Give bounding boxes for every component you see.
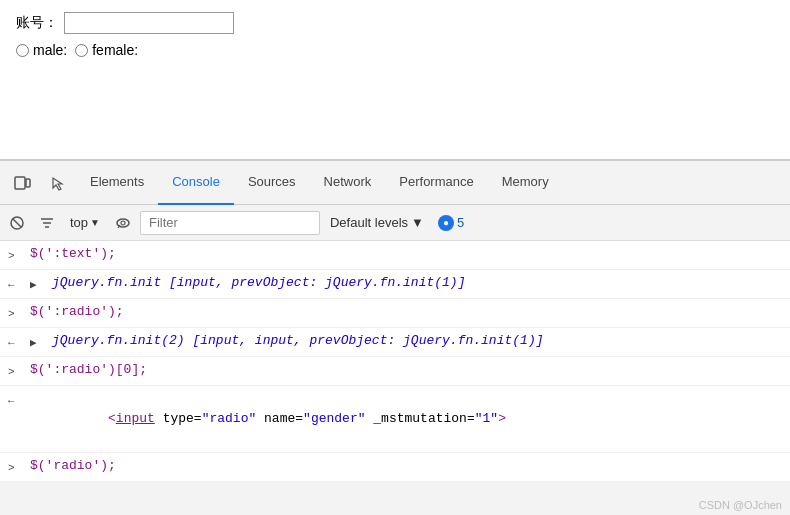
watermark: CSDN @OJchen — [699, 499, 782, 511]
console-text: $('radio'); — [30, 456, 782, 476]
message-count-badge: ● 5 — [438, 215, 464, 231]
device-mode-icon[interactable] — [6, 167, 38, 199]
page-content: 账号： male: female: — [0, 0, 790, 160]
tab-elements[interactable]: Elements — [76, 161, 158, 205]
filter-input[interactable] — [140, 211, 320, 235]
chevron-down-icon: ▼ — [90, 217, 100, 228]
input-arrow-icon: > — [8, 304, 26, 324]
input-arrow-icon: > — [8, 246, 26, 266]
console-text: $(':radio')[0]; — [30, 360, 782, 380]
console-text: jQuery.fn.init(2) [input, input, prevObj… — [52, 331, 782, 351]
devtools-panel: Elements Console Sources Network Perform… — [0, 160, 790, 515]
account-input[interactable] — [64, 12, 234, 34]
output-arrow-icon: ← — [8, 333, 26, 353]
female-radio[interactable] — [75, 44, 88, 57]
chevron-down-icon: ▼ — [411, 215, 424, 230]
devtools-tab-bar: Elements Console Sources Network Perform… — [0, 161, 790, 205]
male-label: male: — [16, 42, 67, 58]
badge-count: 5 — [457, 215, 464, 230]
console-line: > $(':text'); — [0, 241, 790, 270]
svg-line-3 — [13, 219, 21, 227]
filter-toggle-button[interactable] — [34, 210, 60, 236]
badge-icon: ● — [438, 215, 454, 231]
console-line: > $('radio'); — [0, 453, 790, 482]
account-label: 账号： — [16, 14, 58, 32]
gender-row: male: female: — [16, 42, 774, 58]
tab-network[interactable]: Network — [310, 161, 386, 205]
input-arrow-icon: > — [8, 458, 26, 478]
console-text: jQuery.fn.init [input, prevObject: jQuer… — [52, 273, 782, 293]
console-line: > $(':radio')[0]; — [0, 357, 790, 386]
eye-icon-button[interactable] — [110, 210, 136, 236]
svg-rect-1 — [26, 179, 30, 187]
expand-icon[interactable]: ▶ — [30, 275, 48, 295]
default-levels-label: Default levels — [330, 215, 408, 230]
expand-icon[interactable]: ▶ — [30, 333, 48, 353]
output-arrow-icon: ← — [8, 275, 26, 295]
console-line: ← <input type="radio" name="gender" _mst… — [0, 386, 790, 453]
input-arrow-icon: > — [8, 362, 26, 382]
clear-console-button[interactable] — [4, 210, 30, 236]
console-line: ← ▶ jQuery.fn.init [input, prevObject: j… — [0, 270, 790, 299]
console-line: ← ▶ jQuery.fn.init(2) [input, input, pre… — [0, 328, 790, 357]
console-output: > $(':text'); ← ▶ jQuery.fn.init [input,… — [0, 241, 790, 482]
tab-sources[interactable]: Sources — [234, 161, 310, 205]
default-levels-dropdown[interactable]: Default levels ▼ — [324, 213, 430, 232]
female-label: female: — [75, 42, 138, 58]
context-dropdown[interactable]: top ▼ — [64, 213, 106, 232]
tab-performance[interactable]: Performance — [385, 161, 487, 205]
tab-console[interactable]: Console — [158, 161, 234, 205]
console-toolbar: top ▼ Default levels ▼ ● 5 — [0, 205, 790, 241]
account-row: 账号： — [16, 12, 774, 34]
male-radio[interactable] — [16, 44, 29, 57]
svg-rect-0 — [15, 177, 25, 189]
svg-point-8 — [121, 221, 125, 225]
console-line: > $(':radio'); — [0, 299, 790, 328]
tab-memory[interactable]: Memory — [488, 161, 563, 205]
console-text: <input type="radio" name="gender" _mstmu… — [30, 389, 782, 449]
context-label: top — [70, 215, 88, 230]
console-text: $(':text'); — [30, 244, 782, 264]
console-text: $(':radio'); — [30, 302, 782, 322]
console-output-area: > $(':text'); ← ▶ jQuery.fn.init [input,… — [0, 241, 790, 515]
output-arrow-icon: ← — [8, 391, 26, 411]
element-picker-icon[interactable] — [42, 167, 74, 199]
